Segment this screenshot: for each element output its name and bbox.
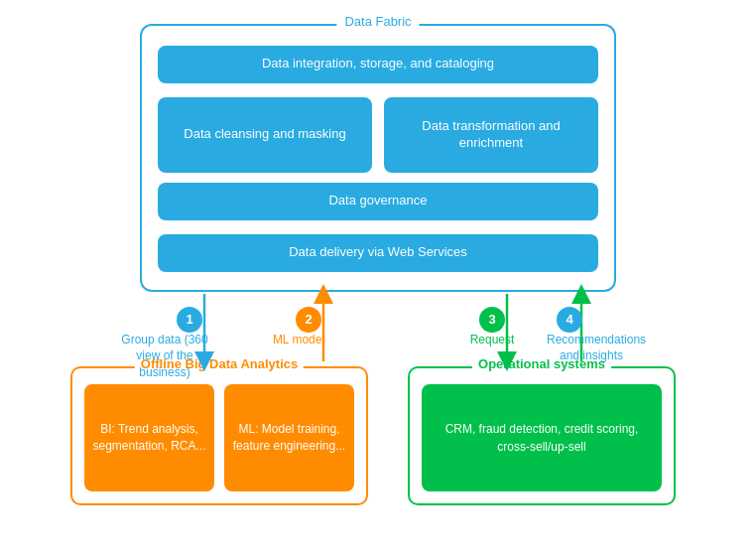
architecture-diagram: Data Fabric Data integration, storage, a… <box>21 14 735 540</box>
badge-1: 1 <box>177 307 202 333</box>
delivery-pill: Data delivery via Web Services <box>158 234 598 272</box>
offline-box: Offline Big Data Analytics BI: Trend ana… <box>70 366 368 505</box>
step4-label: Recommendations and insights <box>547 332 636 365</box>
governance-pill: Data governance <box>158 183 598 220</box>
step3-label: Request <box>457 332 527 348</box>
badge-3: 3 <box>479 307 505 333</box>
offline-inner: BI: Trend analysis, segmentation, RCA...… <box>84 384 354 491</box>
bi-pill: BI: Trend analysis, segmentation, RCA... <box>84 384 214 491</box>
badge-2: 2 <box>296 307 321 333</box>
badge-4: 4 <box>557 307 582 333</box>
ml-pill: ML: Model training, feature engineering.… <box>224 384 354 491</box>
transformation-pill: Data transformation and enrichment <box>384 97 598 173</box>
step2-label: ML model <box>259 332 338 348</box>
step1-label: Group data (360 view of the business) <box>120 332 209 381</box>
fabric-middle-row: Data cleansing and masking Data transfor… <box>158 97 598 173</box>
ops-inner: CRM, fraud detection, credit scoring, cr… <box>422 384 662 491</box>
integration-pill: Data integration, storage, and catalogin… <box>158 46 598 83</box>
ops-box: Operational systems CRM, fraud detection… <box>408 366 676 505</box>
data-fabric-box: Data Fabric Data integration, storage, a… <box>140 24 616 292</box>
crm-pill: CRM, fraud detection, credit scoring, cr… <box>422 384 662 491</box>
data-fabric-label: Data Fabric <box>336 14 419 29</box>
cleansing-pill: Data cleansing and masking <box>158 97 372 173</box>
